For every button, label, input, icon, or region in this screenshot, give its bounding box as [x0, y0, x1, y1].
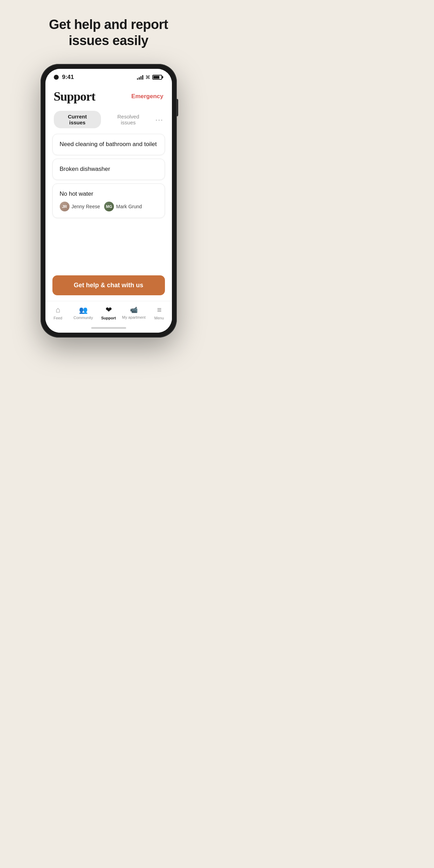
issue-title-1: Need cleaning of bathroom and toilet: [60, 140, 158, 149]
wifi-icon: ⌘: [145, 74, 150, 80]
avatar-mark-group: MG Mark Grund: [104, 202, 142, 211]
issues-list: Need cleaning of bathroom and toilet Bro…: [45, 132, 172, 219]
tab-resolved-issues[interactable]: Resolved issues: [104, 111, 153, 128]
app-title: Support: [54, 89, 95, 104]
nav-label-support: Support: [101, 316, 116, 320]
issue-title-2: Broken dishwasher: [60, 165, 158, 173]
avatar-mark-name: Mark Grund: [116, 204, 142, 209]
nav-label-menu: Menu: [154, 316, 164, 320]
app-content: Support Emergency Current issues Resolve…: [45, 84, 172, 333]
avatar-jenny-name: Jenny Reese: [72, 204, 100, 209]
status-bar: 9:41 ⌘: [45, 69, 172, 84]
avatar-jenny-group: JR Jenny Reese: [60, 202, 100, 211]
status-time: 9:41: [62, 74, 74, 81]
nav-label-community: Community: [73, 316, 93, 320]
issue-card-1[interactable]: Need cleaning of bathroom and toilet: [52, 134, 165, 155]
issue-card-3[interactable]: No hot water JR Jenny Reese MG Mark Grun…: [52, 183, 165, 218]
avatar-jenny: JR: [60, 202, 70, 211]
battery-icon: [152, 75, 162, 80]
home-bar: [91, 327, 126, 329]
nav-item-support[interactable]: ❤ Support: [96, 305, 121, 320]
content-spacer: [45, 219, 172, 275]
chat-btn-wrapper: Get help & chat with us: [45, 275, 172, 301]
nav-item-community[interactable]: 👥 Community: [71, 306, 96, 320]
community-icon: 👥: [79, 306, 88, 314]
signal-icon: [137, 75, 143, 80]
status-right: ⌘: [137, 74, 162, 80]
tabs-row: Current issues Resolved issues ···: [45, 108, 172, 132]
phone-screen: 9:41 ⌘ Support Emergency: [45, 69, 172, 333]
issue-title-3: No hot water: [60, 190, 158, 198]
chat-button[interactable]: Get help & chat with us: [52, 275, 165, 295]
support-icon: ❤: [106, 305, 112, 314]
issue-avatars-3: JR Jenny Reese MG Mark Grund: [60, 202, 158, 211]
app-header: Support Emergency: [45, 84, 172, 108]
nav-item-apartment[interactable]: 📹 My apartment: [121, 306, 146, 319]
avatar-mark: MG: [104, 202, 114, 211]
feed-icon: ⌂: [56, 305, 60, 314]
emergency-button[interactable]: Emergency: [131, 93, 164, 100]
nav-item-menu[interactable]: ≡ Menu: [146, 305, 172, 320]
apartment-icon: 📹: [130, 306, 138, 314]
phone-shell: 9:41 ⌘ Support Emergency: [41, 64, 177, 338]
home-indicator: [45, 323, 172, 333]
status-left: 9:41: [54, 74, 74, 81]
nav-item-feed[interactable]: ⌂ Feed: [45, 305, 71, 320]
issue-card-2[interactable]: Broken dishwasher: [52, 159, 165, 180]
bottom-nav: ⌂ Feed 👥 Community ❤ Support 📹 My apartm…: [45, 301, 172, 323]
tabs-more-button[interactable]: ···: [155, 116, 164, 124]
menu-icon: ≡: [157, 305, 161, 314]
nav-label-apartment: My apartment: [122, 315, 145, 319]
tab-current-issues[interactable]: Current issues: [54, 111, 101, 128]
camera-dot: [54, 75, 59, 80]
page-headline: Get help and report issues easily: [49, 17, 168, 49]
nav-label-feed: Feed: [53, 316, 62, 320]
